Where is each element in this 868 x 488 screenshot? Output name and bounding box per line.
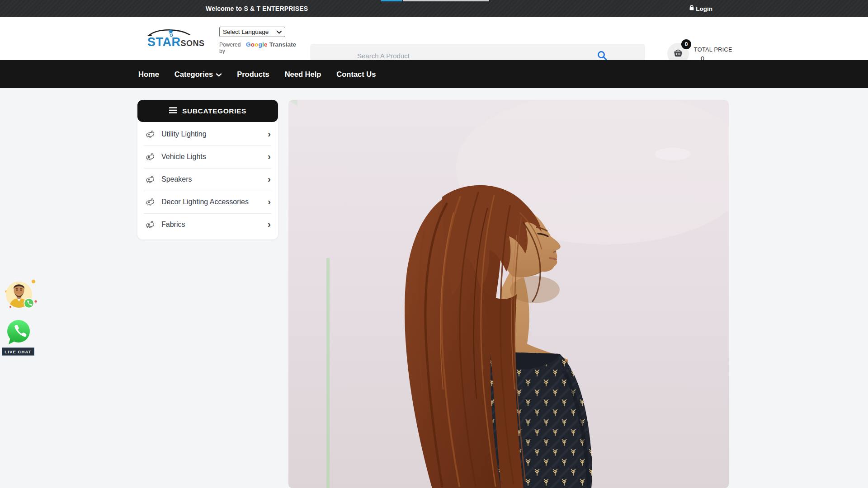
chevron-right-icon: › [268, 151, 271, 161]
category-doodle-icon [145, 151, 156, 162]
subcategory-item-speakers[interactable]: Speakers › [137, 168, 278, 191]
store-logo[interactable]: STARSONS [147, 27, 197, 52]
subcategory-label: Vehicle Lights [161, 153, 268, 161]
hamburger-icon [169, 107, 177, 115]
subcategory-item-fabrics[interactable]: Fabrics › [137, 213, 278, 236]
nav-categories[interactable]: Categories [175, 70, 222, 79]
basket-icon [673, 48, 684, 60]
subcategories-header: SUBCATEGORIES [137, 100, 278, 122]
total-price-label: TOTAL PRICE [694, 47, 732, 53]
subcategory-label: Utility Lighting [161, 130, 268, 138]
logo-text-secondary: SONS [181, 39, 205, 48]
subcategory-label: Fabrics [161, 221, 268, 229]
cart-count-badge: 0 [681, 39, 691, 49]
subcategories-title: SUBCATEGORIES [182, 107, 246, 115]
chevron-right-icon: › [268, 129, 271, 138]
subcategory-item-utility-lighting[interactable]: Utility Lighting › [137, 123, 278, 145]
product-photo[interactable] [288, 100, 729, 488]
welcome-text: Welcome to S & T ENTERPRISES [206, 0, 308, 17]
progress-strip-gray [403, 0, 489, 1]
category-doodle-icon [145, 219, 156, 230]
powered-by-label: Powered by [219, 42, 244, 54]
google-logo: Google [246, 41, 268, 48]
subcategories-list: Utility Lighting › Vehicle Lights › Spea… [137, 122, 278, 239]
subcategories-panel: SUBCATEGORIES Utility Lighting › Vehicle… [137, 100, 278, 239]
chevron-right-icon: › [268, 219, 271, 229]
progress-strip-blue [381, 0, 402, 1]
language-widget: Select Language Powered by Google Transl… [219, 27, 296, 54]
subcategory-item-decor-lighting-accessories[interactable]: Decor Lighting Accessories › [137, 191, 278, 213]
language-select-value: Select Language [223, 28, 269, 35]
login-label: Login [696, 5, 712, 12]
chevron-right-icon: › [268, 174, 271, 183]
chevron-down-icon [277, 28, 282, 35]
subcategory-item-vehicle-lights[interactable]: Vehicle Lights › [137, 145, 278, 168]
main-nav: Home Categories Products Need Help Conta… [0, 60, 868, 88]
category-doodle-icon [145, 197, 156, 207]
translate-label: Translate [269, 41, 296, 48]
live-chat-badge[interactable]: LIVE CHAT [2, 347, 34, 356]
category-doodle-icon [145, 129, 156, 140]
google-translate-credit[interactable]: Powered by Google Translate [219, 41, 296, 54]
lock-icon [689, 5, 694, 12]
nav-contact-us[interactable]: Contact Us [336, 70, 376, 79]
nav-products[interactable]: Products [237, 70, 269, 79]
nav-home[interactable]: Home [138, 70, 159, 79]
nav-need-help[interactable]: Need Help [285, 70, 321, 79]
whatsapp-icon[interactable] [6, 319, 31, 345]
subcategory-label: Decor Lighting Accessories [161, 198, 268, 206]
language-select[interactable]: Select Language [219, 27, 285, 37]
topbar: Welcome to S & T ENTERPRISES Login [0, 0, 868, 17]
login-button[interactable]: Login [689, 0, 712, 17]
chat-agent-avatar[interactable] [4, 278, 39, 311]
header: STARSONS Select Language Powered by Goog… [0, 17, 868, 60]
subcategory-label: Speakers [161, 175, 268, 183]
chevron-right-icon: › [268, 197, 271, 206]
logo-text-primary: STAR [147, 35, 181, 49]
category-doodle-icon [145, 174, 156, 185]
chevron-down-icon [216, 70, 222, 79]
